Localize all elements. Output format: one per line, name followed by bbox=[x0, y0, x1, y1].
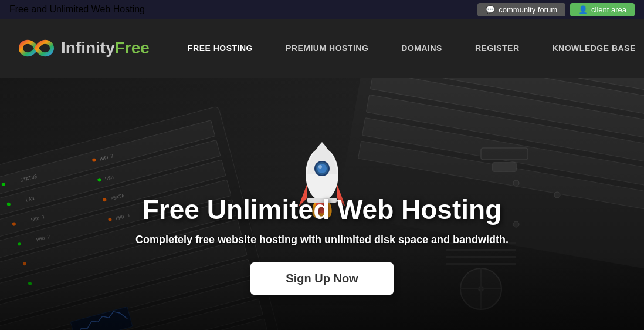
hero-title: Free Unlimited Web Hosting bbox=[0, 194, 644, 225]
site-tagline: Free and Unlimited Web Hosting bbox=[9, 4, 145, 15]
navbar: InfinityFree FREE HOSTING PREMIUM HOSTIN… bbox=[0, 19, 644, 78]
user-icon: 👤 bbox=[578, 5, 588, 14]
client-label: client area bbox=[591, 5, 626, 14]
hero-content: Free Unlimited Web Hosting Completely fr… bbox=[0, 194, 644, 295]
top-bar: Free and Unlimited Web Hosting 💬 communi… bbox=[0, 0, 644, 19]
forum-label: community forum bbox=[499, 5, 557, 14]
hero-section: STATUS LAN HHD 1 HHD 2 HHD 2 USB eSATA H… bbox=[0, 78, 644, 330]
nav-domains[interactable]: DOMAINS bbox=[385, 19, 459, 78]
forum-button[interactable]: 💬 community forum bbox=[477, 3, 565, 16]
top-bar-actions: 💬 community forum 👤 client area bbox=[477, 3, 635, 16]
svg-point-62 bbox=[317, 164, 327, 173]
logo-area[interactable]: InfinityFree bbox=[19, 33, 171, 63]
nav-links: FREE HOSTING PREMIUM HOSTING DOMAINS REG… bbox=[171, 19, 644, 78]
logo-icon bbox=[19, 33, 54, 63]
forum-icon: 💬 bbox=[486, 5, 495, 14]
logo-free: Free bbox=[115, 39, 150, 57]
nav-premium-hosting[interactable]: PREMIUM HOSTING bbox=[269, 19, 385, 78]
nav-free-hosting[interactable]: FREE HOSTING bbox=[171, 19, 269, 78]
nav-register[interactable]: REGISTER bbox=[459, 19, 536, 78]
hero-subtitle: Completely free website hosting with unl… bbox=[0, 234, 644, 246]
logo-text: InfinityFree bbox=[61, 39, 150, 58]
svg-point-63 bbox=[318, 165, 322, 169]
client-area-button[interactable]: 👤 client area bbox=[570, 3, 635, 16]
nav-knowledge-base[interactable]: KNOWLEDGE BASE bbox=[536, 19, 645, 78]
logo-infinity: Infinity bbox=[61, 39, 115, 57]
signup-button[interactable]: Sign Up Now bbox=[250, 262, 393, 295]
